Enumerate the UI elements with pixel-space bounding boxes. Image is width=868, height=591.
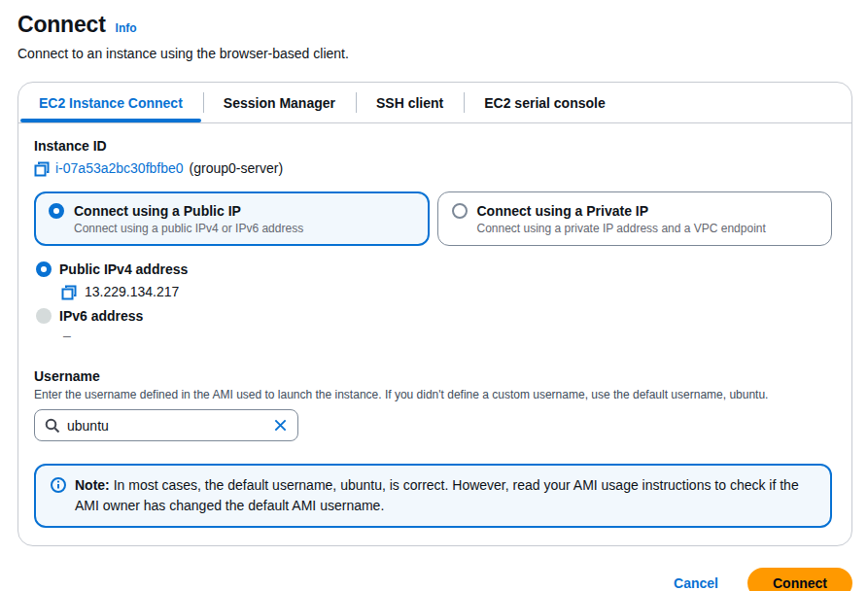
card-description: Connect using a private IP address and a…: [477, 221, 766, 236]
ipv4-radio-row[interactable]: Public IPv4 address: [36, 260, 832, 280]
instance-id-row: i-07a53a2bc30fbfbe0 (group0-server): [34, 158, 832, 179]
ipv6-radio-row: IPv6 address: [36, 306, 832, 327]
username-input[interactable]: [67, 418, 266, 434]
note-prefix: Note:: [75, 477, 110, 493]
username-field[interactable]: [34, 409, 298, 441]
instance-name: (group0-server): [190, 158, 283, 179]
card-connect-public-ip[interactable]: Connect using a Public IP Connect using …: [34, 191, 430, 246]
instance-id-label: Instance ID: [34, 136, 832, 156]
username-label: Username: [34, 366, 832, 386]
instance-id-value[interactable]: i-07a53a2bc30fbfbe0: [55, 158, 184, 179]
connect-page: Connect Info Connect to an instance usin…: [0, 0, 868, 591]
ipv4-label: Public IPv4 address: [59, 260, 188, 280]
card-description: Connect using a public IPv4 or IPv6 addr…: [74, 221, 303, 236]
radio-public-ip[interactable]: [49, 203, 64, 219]
ipv4-value-row: 13.229.134.217: [61, 282, 832, 302]
tab-ec2-instance-connect[interactable]: EC2 Instance Connect: [18, 83, 203, 122]
connect-panel: EC2 Instance Connect Session Manager SSH…: [17, 82, 852, 546]
card-connect-private-ip[interactable]: Connect using a Private IP Connect using…: [437, 191, 833, 246]
note-alert: Note: In most cases, the default usernam…: [34, 464, 832, 528]
card-title: Connect using a Private IP: [477, 201, 766, 221]
page-header: Connect Info: [17, 12, 852, 38]
tab-bar: EC2 Instance Connect Session Manager SSH…: [18, 83, 851, 123]
ip-address-section: Public IPv4 address 13.229.134.217 IPv6 …: [34, 260, 832, 344]
info-circle-icon: [51, 477, 66, 516]
username-section: Username Enter the username defined in t…: [34, 366, 832, 441]
note-body: In most cases, the default username, ubu…: [75, 477, 799, 513]
tab-ssh-client[interactable]: SSH client: [356, 83, 464, 122]
username-description: Enter the username defined in the AMI us…: [34, 387, 832, 402]
ipv6-label: IPv6 address: [59, 306, 143, 327]
search-icon: [45, 418, 60, 434]
ipv4-value: 13.229.134.217: [85, 282, 179, 302]
cancel-button[interactable]: Cancel: [674, 575, 718, 591]
ipv6-value: –: [63, 327, 832, 344]
close-icon[interactable]: [273, 418, 288, 433]
tab-content: Instance ID i-07a53a2bc30fbfbe0 (group0-…: [18, 123, 851, 545]
page-title: Connect: [17, 12, 106, 38]
radio-private-ip[interactable]: [452, 203, 468, 219]
copy-icon[interactable]: [61, 285, 77, 300]
card-title: Connect using a Public IP: [74, 201, 303, 221]
note-text: Note: In most cases, the default usernam…: [75, 475, 816, 516]
radio-public-ipv4[interactable]: [36, 261, 52, 277]
tab-ec2-serial-console[interactable]: EC2 serial console: [464, 83, 626, 122]
connection-type-cards: Connect using a Public IP Connect using …: [34, 191, 832, 246]
connect-button[interactable]: Connect: [747, 568, 852, 591]
copy-icon[interactable]: [34, 161, 50, 177]
tab-session-manager[interactable]: Session Manager: [203, 83, 356, 122]
footer-actions: Cancel Connect: [17, 546, 852, 591]
radio-ipv6-disabled: [36, 308, 52, 324]
page-subtitle: Connect to an instance using the browser…: [17, 46, 852, 61]
info-link[interactable]: Info: [116, 21, 137, 35]
